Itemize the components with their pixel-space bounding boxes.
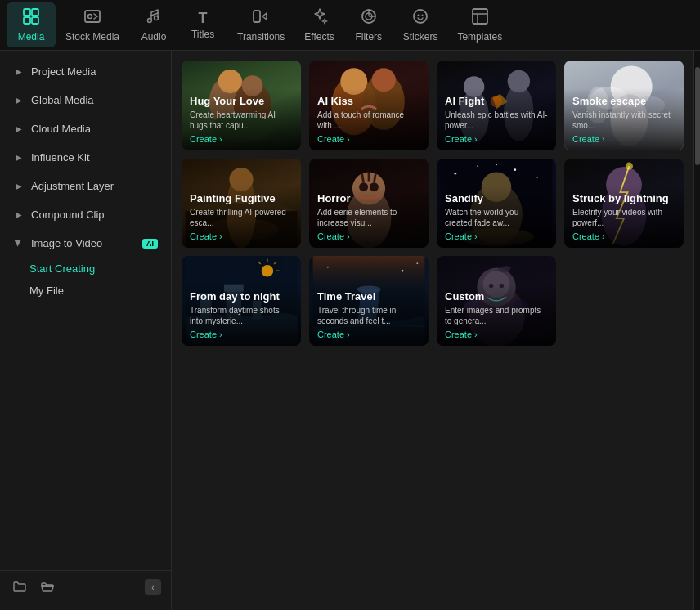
card-create-button[interactable]: Create › [445, 134, 548, 144]
sidebar-item-project-media[interactable]: ▶ Project Media [0, 57, 171, 86]
card-desc: Enter images and prompts to genera... [445, 305, 548, 326]
card-create-button[interactable]: Create › [190, 330, 293, 339]
chevron-right-icon: › [219, 231, 222, 241]
card-desc: Unleash epic battles with AI-power... [445, 110, 548, 131]
card-struck-by-lightning[interactable]: Struck by lightning Electrify your video… [564, 159, 684, 249]
card-create-button[interactable]: Create › [190, 231, 293, 241]
svg-point-61 [262, 265, 274, 277]
chevron-right-icon: › [474, 231, 478, 241]
nav-label-effects: Effects [304, 31, 334, 43]
nav-item-audio[interactable]: Audio [129, 2, 178, 47]
sidebar-sub-start-creating[interactable]: Start Creating [0, 258, 171, 280]
card-horror[interactable]: Horror Add eerie elements to increase vi… [309, 159, 429, 249]
stock-media-icon [83, 7, 101, 28]
card-title: AI Kiss [317, 95, 420, 108]
start-creating-label: Start Creating [29, 262, 95, 275]
card-desc: Electrify your videos with powerf... [572, 207, 675, 228]
sidebar-sub-my-file[interactable]: My File [0, 280, 171, 302]
chevron-right-icon: › [347, 231, 350, 241]
arrow-icon: ▶ [13, 238, 25, 249]
svg-point-11 [414, 10, 427, 23]
card-desc: Travel through time in seconds and feel … [317, 305, 420, 326]
card-create-button[interactable]: Create › [445, 330, 548, 339]
arrow-icon: ▶ [13, 66, 25, 78]
nav-label-filters: Filters [355, 31, 382, 43]
card-desc: Add eerie elements to increase visu... [317, 207, 420, 228]
svg-point-65 [327, 267, 329, 268]
svg-rect-2 [24, 17, 30, 24]
chevron-right-icon: › [602, 134, 605, 144]
stickers-icon [411, 7, 429, 28]
main-layout: ▶ Project Media ▶ Global Media ▶ Cloud M… [0, 51, 700, 610]
sidebar-item-cloud-media[interactable]: ▶ Cloud Media [0, 114, 171, 143]
sidebar-item-compound-clip[interactable]: ▶ Compound Clip [0, 200, 171, 229]
nav-item-transitions[interactable]: Transitions [227, 2, 294, 47]
create-label: Create [190, 134, 217, 144]
sidebar-item-global-media[interactable]: ▶ Global Media [0, 86, 171, 114]
nav-item-stickers[interactable]: Stickers [393, 2, 448, 47]
sidebar-item-influence-kit[interactable]: ▶ Influence Kit [0, 143, 171, 172]
card-custom[interactable]: Custom Enter images and prompts to gener… [437, 256, 556, 346]
card-ai-kiss[interactable]: AI Kiss Add a touch of romance with ... … [309, 61, 429, 150]
chevron-right-icon: › [347, 134, 350, 144]
arrow-icon: ▶ [13, 152, 25, 164]
card-desc: Create heartwarming AI hugs that capu... [190, 110, 293, 131]
svg-point-43 [454, 172, 456, 174]
nav-item-effects[interactable]: Effects [294, 2, 343, 47]
scrollbar-thumb[interactable] [695, 67, 700, 165]
nav-item-filters[interactable]: Filters [344, 2, 393, 47]
card-title: Struck by lightning [572, 192, 675, 205]
card-overlay: Painting Fugitive Create thrilling AI-po… [182, 186, 301, 248]
card-grid: Hug Your Love Create heartwarming AI hug… [182, 61, 684, 346]
nav-item-stock-media[interactable]: Stock Media [56, 2, 129, 47]
card-title: Time Travel [317, 290, 420, 303]
sidebar-label: Cloud Media [31, 123, 158, 135]
svg-point-44 [477, 165, 478, 167]
card-title: Sandify [445, 192, 548, 205]
sidebar-label: Image to Video [31, 237, 136, 249]
card-create-button[interactable]: Create › [572, 134, 675, 144]
card-create-button[interactable]: Create › [317, 231, 420, 241]
sidebar-item-adjustment-layer[interactable]: ▶ Adjustment Layer [0, 172, 171, 200]
card-from-day-to-night[interactable]: From day to night Transform daytime shot… [182, 256, 301, 346]
card-create-button[interactable]: Create › [317, 134, 420, 144]
card-time-travel[interactable]: Time Travel Travel through time in secon… [309, 256, 429, 346]
arrow-icon: ▶ [13, 181, 25, 192]
create-label: Create [317, 134, 344, 144]
sidebar: ▶ Project Media ▶ Global Media ▶ Cloud M… [0, 51, 172, 610]
nav-label-stickers: Stickers [403, 31, 438, 43]
scrollbar[interactable] [693, 51, 700, 610]
arrow-icon: ▶ [13, 123, 25, 135]
filters-icon [360, 7, 378, 28]
top-nav: Media Stock Media Audio T Titles [0, 0, 700, 51]
card-desc: Vanish instantly with secret smo... [572, 110, 675, 131]
folder-new-icon[interactable] [10, 577, 29, 597]
card-title: Custom [445, 290, 548, 303]
card-create-button[interactable]: Create › [572, 231, 675, 241]
sidebar-label: Influence Kit [31, 151, 158, 164]
card-painting-fugitive[interactable]: Painting Fugitive Create thrilling AI-po… [182, 159, 301, 249]
nav-item-media[interactable]: Media [7, 2, 56, 47]
chevron-right-icon: › [347, 330, 350, 339]
card-create-button[interactable]: Create › [445, 231, 548, 241]
card-desc: Create thrilling AI-powered esca... [190, 207, 293, 228]
card-hug-your-love[interactable]: Hug Your Love Create heartwarming AI hug… [182, 61, 301, 150]
svg-point-66 [402, 270, 404, 272]
ai-badge: AI [142, 239, 158, 249]
card-create-button[interactable]: Create › [190, 134, 293, 144]
sidebar-item-image-to-video[interactable]: ▶ Image to Video AI [0, 229, 171, 258]
svg-point-47 [496, 164, 497, 165]
nav-label-stock: Stock Media [65, 31, 119, 43]
nav-item-templates[interactable]: Templates [447, 2, 512, 47]
card-smoke-escape[interactable]: Smoke escape Vanish instantly with secre… [564, 61, 684, 150]
card-sandify[interactable]: Sandify Watch the world you created fade… [437, 159, 556, 249]
sidebar-label: Adjustment Layer [31, 180, 158, 192]
chevron-right-icon: › [602, 231, 605, 241]
nav-item-titles[interactable]: T Titles [178, 6, 227, 45]
sidebar-collapse-button[interactable]: ‹ [145, 579, 161, 595]
create-label: Create [445, 134, 472, 144]
card-title: AI Fight [445, 95, 548, 108]
card-create-button[interactable]: Create › [317, 330, 420, 339]
folder-open-icon[interactable] [38, 577, 57, 597]
card-ai-fight[interactable]: AI Fight Unleash epic battles with AI-po… [437, 61, 556, 150]
